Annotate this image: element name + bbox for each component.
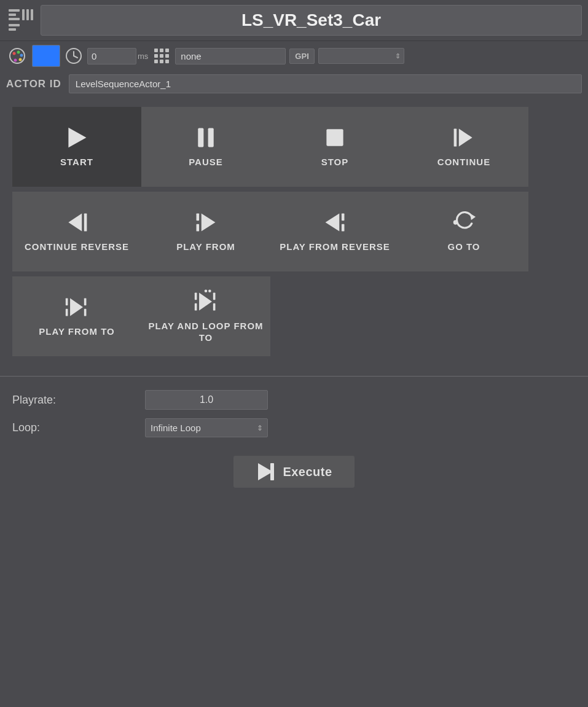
playrate-label: Playrate:: [12, 394, 135, 407]
play-and-loop-button[interactable]: PLAY AND LOOP FROM TO: [141, 276, 270, 356]
actor-id-label: ACTOR ID: [6, 78, 61, 90]
buttons-area: START PAUSE STOP CONTINUE: [0, 97, 588, 371]
svg-point-10: [17, 51, 20, 54]
svg-point-53: [208, 289, 211, 292]
svg-marker-44: [70, 299, 83, 316]
loop-label: Loop:: [12, 421, 135, 434]
svg-rect-20: [154, 54, 158, 58]
svg-rect-43: [66, 309, 68, 316]
ms-label: ms: [138, 52, 148, 61]
playrate-row: Playrate:: [12, 390, 576, 410]
loop-select[interactable]: Infinite Loop Once Custom: [145, 418, 268, 437]
play-from-to-button[interactable]: PLAY FROM TO: [12, 276, 141, 356]
svg-rect-24: [160, 60, 163, 63]
svg-rect-1: [9, 14, 16, 16]
svg-marker-49: [199, 292, 212, 310]
svg-rect-22: [165, 54, 169, 58]
execute-label: Execute: [283, 465, 332, 479]
svg-rect-45: [84, 299, 87, 306]
palette-icon[interactable]: [6, 45, 28, 67]
svg-marker-31: [459, 129, 472, 147]
svg-rect-30: [454, 129, 457, 147]
svg-rect-42: [66, 299, 68, 306]
svg-rect-18: [160, 49, 163, 52]
button-row-3: PLAY FROM TO PLAY AND LOOP FROM TO: [12, 276, 576, 356]
svg-rect-29: [326, 130, 343, 146]
start-label: START: [60, 156, 93, 168]
svg-rect-27: [198, 128, 203, 147]
svg-rect-6: [9, 24, 20, 26]
section-divider: [0, 376, 588, 377]
loop-row: Loop: Infinite Loop Once Custom: [12, 418, 576, 437]
svg-rect-51: [213, 303, 216, 310]
window-title: LS_VR_Set3_Car: [41, 5, 582, 36]
svg-rect-55: [270, 463, 274, 480]
gpi-select[interactable]: [318, 48, 404, 64]
svg-point-9: [13, 52, 16, 55]
svg-rect-50: [213, 292, 216, 300]
time-input[interactable]: [87, 48, 136, 64]
gpi-select-wrapper: [318, 48, 404, 64]
play-and-loop-label: PLAY AND LOOP FROM TO: [146, 320, 265, 344]
actor-id-input[interactable]: [69, 74, 582, 93]
continue-reverse-button[interactable]: CONTINUE REVERSE: [12, 192, 141, 271]
clock-icon: [64, 46, 84, 66]
pause-button[interactable]: PAUSE: [141, 107, 270, 187]
app-icon: [6, 6, 36, 35]
button-row-1: START PAUSE STOP CONTINUE: [12, 107, 576, 187]
execute-icon: [256, 462, 275, 482]
gpi-badge: GPI: [289, 49, 314, 64]
svg-rect-21: [160, 54, 163, 58]
go-to-label: GO TO: [447, 241, 480, 253]
play-from-button[interactable]: PLAY FROM: [141, 192, 270, 271]
svg-rect-28: [208, 128, 214, 147]
svg-rect-39: [342, 224, 345, 232]
settings-area: Playrate: Loop: Infinite Loop Once Custo…: [0, 381, 588, 446]
svg-rect-34: [197, 214, 200, 221]
start-button[interactable]: START: [12, 107, 141, 187]
play-from-reverse-button[interactable]: PLAY FROM REVERSE: [270, 192, 399, 271]
play-from-label: PLAY FROM: [176, 241, 235, 253]
go-to-button[interactable]: GO TO: [399, 192, 528, 271]
svg-point-13: [14, 59, 17, 62]
svg-rect-46: [84, 309, 87, 316]
svg-rect-4: [26, 9, 29, 20]
svg-marker-32: [68, 214, 82, 232]
svg-rect-35: [197, 224, 200, 232]
svg-rect-19: [165, 49, 169, 52]
continue-label: CONTINUE: [437, 156, 490, 168]
none-input[interactable]: [175, 48, 286, 64]
svg-rect-38: [342, 214, 345, 221]
grid-icon: [152, 46, 171, 66]
svg-rect-25: [165, 60, 169, 63]
svg-marker-40: [470, 214, 476, 221]
svg-rect-3: [22, 9, 25, 20]
svg-rect-23: [154, 60, 158, 63]
color-swatch[interactable]: [32, 45, 60, 67]
svg-point-52: [205, 289, 208, 292]
svg-marker-36: [202, 214, 216, 232]
svg-rect-0: [9, 9, 20, 12]
execute-button[interactable]: Execute: [233, 456, 354, 488]
svg-rect-17: [154, 49, 158, 52]
toolbar: ms GPI: [0, 41, 588, 71]
svg-rect-2: [9, 18, 20, 20]
continue-button[interactable]: CONTINUE: [399, 107, 528, 187]
svg-rect-7: [9, 28, 16, 31]
svg-point-41: [453, 221, 458, 225]
actor-row: ACTOR ID: [0, 71, 588, 97]
header: LS_VR_Set3_Car: [0, 0, 588, 41]
svg-marker-37: [326, 214, 340, 232]
svg-rect-48: [195, 303, 197, 310]
execute-row: Execute: [0, 446, 588, 500]
play-from-reverse-label: PLAY FROM REVERSE: [280, 241, 390, 253]
svg-point-11: [20, 54, 23, 57]
stop-label: STOP: [321, 156, 349, 168]
play-from-to-label: PLAY FROM TO: [39, 326, 114, 338]
button-row-2: CONTINUE REVERSE PLAY FROM PLAY FROM R: [12, 192, 576, 271]
svg-rect-47: [195, 292, 197, 300]
playrate-input[interactable]: [145, 390, 268, 410]
svg-point-12: [19, 58, 22, 61]
pause-label: PAUSE: [189, 156, 223, 168]
stop-button[interactable]: STOP: [270, 107, 399, 187]
